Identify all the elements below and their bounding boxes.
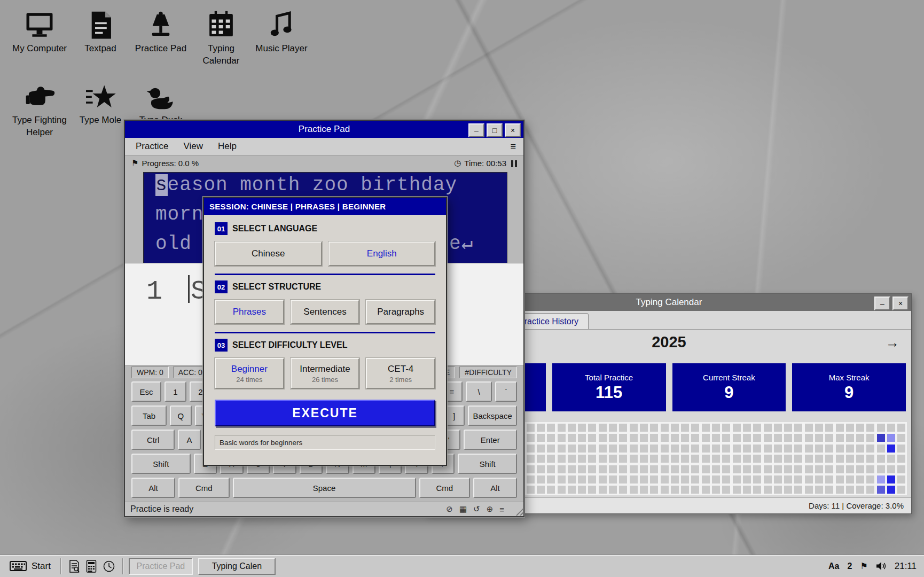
- heatmap-cell[interactable]: [650, 434, 658, 442]
- heatmap-cell[interactable]: [815, 486, 823, 494]
- heatmap-cell[interactable]: [609, 475, 617, 484]
- heatmap-cell[interactable]: [794, 465, 802, 473]
- heatmap-cell[interactable]: [558, 455, 566, 463]
- desktop-icon-practice-pad[interactable]: Practice Pad: [131, 6, 191, 55]
- heatmap-cell[interactable]: [537, 424, 545, 432]
- key-ctrl[interactable]: Ctrl: [131, 430, 175, 450]
- next-year-arrow-icon[interactable]: →: [886, 334, 899, 351]
- heatmap-cell[interactable]: [650, 486, 658, 494]
- heatmap-cell[interactable]: [805, 475, 813, 484]
- heatmap-cell[interactable]: [630, 486, 638, 494]
- heatmap-cell[interactable]: [630, 455, 638, 463]
- heatmap-cell[interactable]: [794, 424, 802, 432]
- taskbar-button-practice-pad[interactable]: Practice Pad: [129, 558, 193, 575]
- heatmap-cell[interactable]: [856, 445, 864, 453]
- heatmap-cell[interactable]: [733, 475, 741, 484]
- heatmap-cell[interactable]: [681, 455, 689, 463]
- heatmap-cell[interactable]: [784, 424, 792, 432]
- heatmap-cell[interactable]: [527, 475, 535, 484]
- heatmap-cell[interactable]: [774, 465, 782, 473]
- menu-practice[interactable]: Practice: [128, 141, 176, 152]
- heatmap-cell[interactable]: [743, 424, 751, 432]
- heatmap-cell[interactable]: [599, 424, 607, 432]
- heatmap-cell[interactable]: [784, 455, 792, 463]
- heatmap-cell[interactable]: [568, 445, 576, 453]
- option-intermediate[interactable]: Intermediate 26 times: [291, 358, 360, 389]
- heatmap-cell[interactable]: [630, 475, 638, 484]
- heatmap-cell[interactable]: [588, 465, 596, 473]
- heatmap-cell[interactable]: [887, 445, 895, 453]
- heatmap-cell[interactable]: [856, 424, 864, 432]
- heatmap-cell[interactable]: [774, 455, 782, 463]
- heatmap-cell[interactable]: [661, 455, 669, 463]
- heatmap-cell[interactable]: [836, 475, 844, 484]
- heatmap-cell[interactable]: [558, 445, 566, 453]
- heatmap-cell[interactable]: [764, 465, 772, 473]
- heatmap-cell[interactable]: [650, 455, 658, 463]
- key-shift[interactable]: Shift: [458, 454, 517, 474]
- heatmap-cell[interactable]: [681, 445, 689, 453]
- clock-icon[interactable]: [103, 560, 115, 572]
- heatmap-cell[interactable]: [856, 434, 864, 442]
- heatmap-cell[interactable]: [805, 465, 813, 473]
- heatmap-cell[interactable]: [671, 486, 679, 494]
- heatmap-cell[interactable]: [846, 445, 854, 453]
- heatmap-cell[interactable]: [712, 465, 720, 473]
- heatmap-cell[interactable]: [856, 465, 864, 473]
- heatmap-cell[interactable]: [866, 434, 874, 442]
- heatmap-cell[interactable]: [764, 434, 772, 442]
- heatmap-cell[interactable]: [805, 424, 813, 432]
- heatmap-cell[interactable]: [681, 475, 689, 484]
- heatmap-cell[interactable]: [599, 455, 607, 463]
- session-dialog-header[interactable]: SESSION: CHINESE | PHRASES | BEGINNER: [204, 198, 446, 215]
- heatmap-cell[interactable]: [661, 465, 669, 473]
- option-beginner[interactable]: Beginner 24 times: [215, 358, 284, 389]
- option-paragraphs[interactable]: Paragraphs: [366, 300, 435, 324]
- heatmap-cell[interactable]: [877, 424, 885, 432]
- heatmap-cell[interactable]: [691, 486, 699, 494]
- heatmap-cell[interactable]: [887, 455, 895, 463]
- minimize-button[interactable]: –: [468, 123, 484, 137]
- heatmap-cell[interactable]: [537, 434, 545, 442]
- heatmap-cell[interactable]: [764, 455, 772, 463]
- heatmap-cell[interactable]: [671, 445, 679, 453]
- desktop-icon-my-computer[interactable]: My Computer: [10, 6, 69, 55]
- key-\[interactable]: \: [466, 381, 491, 402]
- heatmap-cell[interactable]: [897, 475, 905, 484]
- maximize-button[interactable]: □: [487, 123, 503, 137]
- heatmap-cell[interactable]: [764, 445, 772, 453]
- heatmap-cell[interactable]: [836, 445, 844, 453]
- heatmap-cell[interactable]: [805, 445, 813, 453]
- heatmap-cell[interactable]: [691, 445, 699, 453]
- heatmap-cell[interactable]: [609, 424, 617, 432]
- heatmap-cell[interactable]: [877, 434, 885, 442]
- heatmap-cell[interactable]: [846, 424, 854, 432]
- heatmap-cell[interactable]: [825, 465, 833, 473]
- heatmap-cell[interactable]: [588, 486, 596, 494]
- heatmap-cell[interactable]: [784, 475, 792, 484]
- heatmap-cell[interactable]: [691, 434, 699, 442]
- heatmap-cell[interactable]: [578, 486, 586, 494]
- heatmap-cell[interactable]: [702, 424, 710, 432]
- heatmap-cell[interactable]: [743, 434, 751, 442]
- heatmap-cell[interactable]: [722, 445, 730, 453]
- heatmap-cell[interactable]: [558, 424, 566, 432]
- heatmap-cell[interactable]: [702, 434, 710, 442]
- heatmap-cell[interactable]: [640, 434, 648, 442]
- heatmap-cell[interactable]: [836, 486, 844, 494]
- heatmap-cell[interactable]: [537, 445, 545, 453]
- heatmap-cell[interactable]: [836, 455, 844, 463]
- start-button[interactable]: Start: [5, 557, 55, 575]
- heatmap-cell[interactable]: [619, 455, 627, 463]
- heatmap-cell[interactable]: [691, 455, 699, 463]
- desktop-icon-music-player[interactable]: Music Player: [252, 6, 311, 55]
- heatmap-cell[interactable]: [661, 475, 669, 484]
- heatmap-cell[interactable]: [805, 434, 813, 442]
- heatmap-cell[interactable]: [650, 465, 658, 473]
- key-q[interactable]: Q: [170, 406, 192, 426]
- heatmap-cell[interactable]: [681, 434, 689, 442]
- heatmap-cell[interactable]: [619, 424, 627, 432]
- heatmap-cell[interactable]: [805, 455, 813, 463]
- key-cmd[interactable]: Cmd: [178, 478, 230, 498]
- heatmap-cell[interactable]: [856, 475, 864, 484]
